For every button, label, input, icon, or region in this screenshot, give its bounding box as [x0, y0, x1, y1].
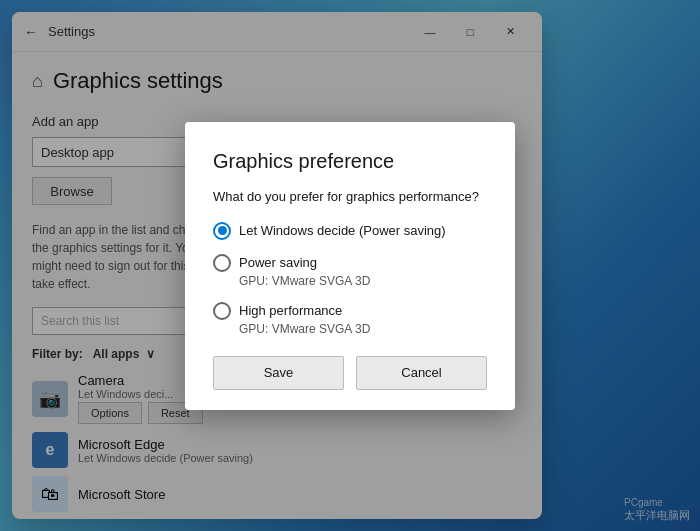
radio-row-3[interactable]: High performance	[213, 302, 487, 320]
radio-circle-2	[213, 254, 231, 272]
radio-sub-3: GPU: VMware SVGA 3D	[239, 322, 487, 336]
dialog-actions: Save Cancel	[213, 356, 487, 390]
radio-option-3[interactable]: High performance GPU: VMware SVGA 3D	[213, 302, 487, 336]
cancel-button[interactable]: Cancel	[356, 356, 487, 390]
dialog-question: What do you prefer for graphics performa…	[213, 189, 487, 204]
radio-circle-1	[213, 222, 231, 240]
radio-label-2: Power saving	[239, 255, 317, 270]
radio-option-1[interactable]: Let Windows decide (Power saving)	[213, 222, 487, 240]
radio-option-2[interactable]: Power saving GPU: VMware SVGA 3D	[213, 254, 487, 288]
radio-label-3: High performance	[239, 303, 342, 318]
graphics-preference-dialog: Graphics preference What do you prefer f…	[185, 122, 515, 410]
dialog-title: Graphics preference	[213, 150, 487, 173]
radio-label-1: Let Windows decide (Power saving)	[239, 223, 446, 238]
radio-sub-2: GPU: VMware SVGA 3D	[239, 274, 487, 288]
radio-row-2[interactable]: Power saving	[213, 254, 487, 272]
modal-overlay: Graphics preference What do you prefer f…	[0, 0, 700, 531]
radio-circle-3	[213, 302, 231, 320]
save-button[interactable]: Save	[213, 356, 344, 390]
radio-row-1[interactable]: Let Windows decide (Power saving)	[213, 222, 487, 240]
